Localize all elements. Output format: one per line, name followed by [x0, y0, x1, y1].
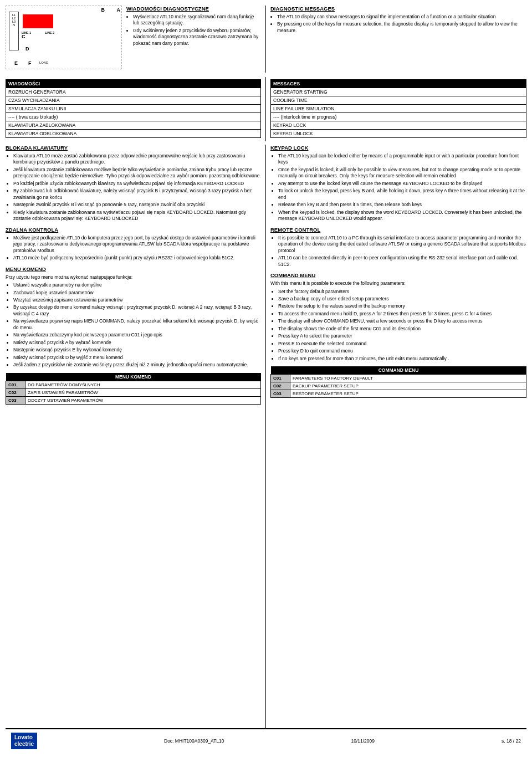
command-list: Set the factory default parameters Save … — [278, 289, 526, 362]
cmd-item-9: If no keys are pressed for more than 2 m… — [278, 356, 526, 362]
blokada-item-1: Jeśli klawiatura zostanie zablokowana mo… — [13, 167, 261, 180]
cmd-code-0: C01 — [271, 375, 290, 382]
zdalna-item-1: ATL10 może być podłączony bezpośrednio (… — [13, 255, 261, 261]
w-row-2: CZAS WYCHŁADZANIA — [6, 96, 261, 105]
w-row-4: ---- ( trwa czas blokady) — [6, 113, 261, 121]
mk-item-2: Wczytać wcześniej zapisane ustawienia pa… — [13, 297, 261, 303]
logo-line1: Lovato — [14, 734, 34, 741]
blokada-item-5: Kiedy klawiatura zostanie zablokowana na… — [13, 209, 261, 222]
diag-bullet-2: Gdy wciśniemy jeden z przycisków do wybo… — [133, 28, 261, 47]
m-row-3: LINE FAILURE SIMULATION — [271, 105, 526, 113]
logo-box: Lovato electric — [11, 733, 37, 749]
label-f: F — [28, 60, 32, 66]
cmd-item-2: Restore the setup to the values saved in… — [278, 303, 526, 309]
right-column: KEYPAD LOCK The ATL10 keypad can be lock… — [266, 145, 526, 728]
blokada-item-3: By zablokować lub odblokować klawiaturę,… — [13, 188, 261, 201]
section-title-wiadomosci-diag: WIADOMOŚCI DIAGNOSTYCZNE — [126, 6, 261, 12]
messages-header: MESSAGES — [271, 80, 526, 88]
cmd-code-1: C02 — [271, 382, 290, 390]
cmd-desc-0: PARAMETERS TO FACTORY DEFAULT — [290, 375, 526, 382]
blokada-item-4: Następnie zwolnić przycisk B i wcisnąć g… — [13, 202, 261, 208]
footer-page: s. 18 / 22 — [502, 738, 521, 744]
label-a: A — [117, 7, 121, 13]
footer-date: 10/11/2009 — [351, 738, 375, 744]
mk-desc-2: ODCZYT USTAWIEŃ PARAMETRÓW — [25, 396, 261, 404]
w-row-1: ROZRUCH GENERATORA — [6, 88, 261, 96]
diag-intro-left: WIADOMOŚCI DIAGNOSTYCZNE Wyświetlacz ATL… — [126, 6, 261, 69]
command-intro: With this menu it is possible to execute… — [270, 280, 526, 287]
diag-msg-bullet-1: The ATL10 display can show messages to s… — [277, 14, 526, 20]
mk-code-1: C02 — [6, 388, 25, 396]
label-b: B — [101, 7, 105, 13]
mk-item-1: Zachować kopię ustawień parametrów — [13, 290, 261, 296]
remote-list: It is possible to connect ATL10 to a PC … — [278, 235, 526, 268]
page: A B L1 L2 L3 N LINE 1 LINE 2 — [0, 0, 532, 757]
cmd-desc-1: BACKUP PARAMETRER SETUP — [290, 382, 526, 390]
cmd-item-6: Press key A to select the parameter — [278, 333, 526, 339]
kp-item-5: When the keypad is locked, the display s… — [278, 209, 526, 222]
cmd-code-2: C03 — [271, 390, 290, 398]
mk-item-9: Jeśli żaden z przycisków nie zostanie wc… — [13, 362, 261, 368]
footer-logo: Lovato electric — [11, 733, 37, 749]
keypad-title: KEYPAD LOCK — [270, 145, 526, 151]
label-d: D — [25, 46, 29, 52]
cmd-desc-2: RESTORE PARAMETER SETUP — [290, 390, 526, 398]
kp-item-4: Release then key B and then press it 5 t… — [278, 202, 526, 208]
messages-section: WIADOMOŚCI ROZRUCH GENERATORA CZAS WYCHŁ… — [6, 77, 526, 141]
command-table-section: COMMAND MENU C01 PARAMETERS TO FACTORY D… — [270, 366, 526, 398]
wiadomosci-header: WIADOMOŚCI — [6, 80, 261, 88]
command-table: COMMAND MENU C01 PARAMETERS TO FACTORY D… — [270, 366, 526, 398]
messages-table-container: MESSAGES GENERATOR STARTING COOLING TIME… — [266, 77, 526, 141]
m-row-6: KEYPAD UNLOCK — [271, 130, 526, 138]
label-c: C — [22, 34, 25, 39]
cmd-item-4: The display will show COMMAND MENU, wait… — [278, 318, 526, 324]
menu-komend-list: Ustawić wszystkie parametry na domyślne … — [13, 282, 261, 369]
wiadomosci-table: WIADOMOŚCI ROZRUCH GENERATORA CZAS WYCHŁ… — [6, 79, 261, 138]
mk-item-4: Na wyświetlaczu pojawi się napis MENU CO… — [13, 318, 261, 331]
kp-item-3: To lock or unlock the keypad, press key … — [278, 188, 526, 201]
red-block — [23, 14, 53, 28]
mk-item-3: By uzyskac dostęp do menu komend nalezy … — [13, 304, 261, 317]
logo-line2: electric — [14, 741, 34, 748]
menu-komend-table: MENU KOMEND C01 DO PARAMETRÓW DOMYŚLNYCH… — [6, 373, 261, 405]
mk-item-5: Na wyświetlaczu zobaczymy kod pierwszego… — [13, 332, 261, 338]
blokada-item-0: Klawiatura ATL10 może zostać zablokowana… — [13, 153, 261, 166]
mk-item-0: Ustawić wszystkie parametry na domyślne — [13, 282, 261, 288]
zdalna-item-0: Możliwe jest podłączenie ATL10 do komput… — [13, 235, 261, 254]
remote-title: REMOTE CONTROL — [270, 227, 526, 233]
wiadomosci-table-container: WIADOMOŚCI ROZRUCH GENERATORA CZAS WYCHŁ… — [6, 77, 266, 141]
main-content: BLOKADA KLAWIATURY Klawiatura ATL10 może… — [6, 145, 526, 728]
left-column: BLOKADA KLAWIATURY Klawiatura ATL10 może… — [6, 145, 266, 728]
cmd-table-header: COMMAND MENU — [271, 366, 526, 375]
command-title: COMMAND MENU — [270, 272, 526, 278]
top-right: DIAGNOSTIC MESSAGES The ATL10 display ca… — [266, 6, 526, 73]
footer-doc: Doc: MHIT100A0309_ATL10 — [164, 738, 224, 744]
keypad-list: The ATL10 keypad can be locked either by… — [278, 153, 526, 222]
cmd-item-8: Press key D to quit command menu — [278, 348, 526, 354]
blokada-list: Klawiatura ATL10 może zostać zablokowana… — [13, 153, 261, 222]
diag-bullet-1: Wyświetlacz ATL10 może sygnalizować nam … — [133, 14, 261, 27]
mk-item-6: Należy wcisnąć przycisk A by wybrać kome… — [13, 340, 261, 346]
w-row-5: KLAWIATURA ZABLOKOWANA — [6, 121, 261, 130]
cmd-item-0: Set the factory default parameters — [278, 289, 526, 295]
w-row-6: KLAWIATURA ODBLOKOWANA — [6, 130, 261, 138]
m-row-4: ---- (Interlock time in progress) — [271, 113, 526, 121]
mk-code-0: C01 — [6, 381, 25, 388]
blokada-title: BLOKADA KLAWIATURY — [6, 145, 261, 151]
menu-komend-intro: Przy użyciu tego menu można wykonać nast… — [6, 274, 261, 280]
menu-komend-table-section: MENU KOMEND C01 DO PARAMETRÓW DOMYŚLNYCH… — [6, 373, 261, 405]
mk-code-2: C03 — [6, 396, 25, 404]
kp-item-2: Any attempt to use the locked keys will … — [278, 181, 526, 187]
m-row-1: GENERATOR STARTING — [271, 88, 526, 96]
w-row-3: SYMULACJA ZANIKU LINII — [6, 105, 261, 113]
section-title-diagnostic-messages: DIAGNOSTIC MESSAGES — [270, 6, 526, 12]
mk-item-8: Należy wcisnąć przycisk D by wyjść z men… — [13, 355, 261, 361]
blokada-item-2: Po każdej próbie użycia zablokowanych kl… — [13, 181, 261, 187]
mk-table-header: MENU KOMEND — [6, 373, 261, 381]
mk-item-7: Następnie wcisnąć przycisk E by wykonać … — [13, 347, 261, 353]
mk-desc-0: DO PARAMETRÓW DOMYŚLNYCH — [25, 381, 261, 388]
footer: Lovato electric Doc: MHIT100A0309_ATL10 … — [6, 728, 526, 751]
zdalna-list: Możliwe jest podłączenie ATL10 do komput… — [13, 235, 261, 262]
rc-item-0: It is possible to connect ATL10 to a PC … — [278, 235, 526, 254]
m-row-2: COOLING TIME — [271, 96, 526, 105]
